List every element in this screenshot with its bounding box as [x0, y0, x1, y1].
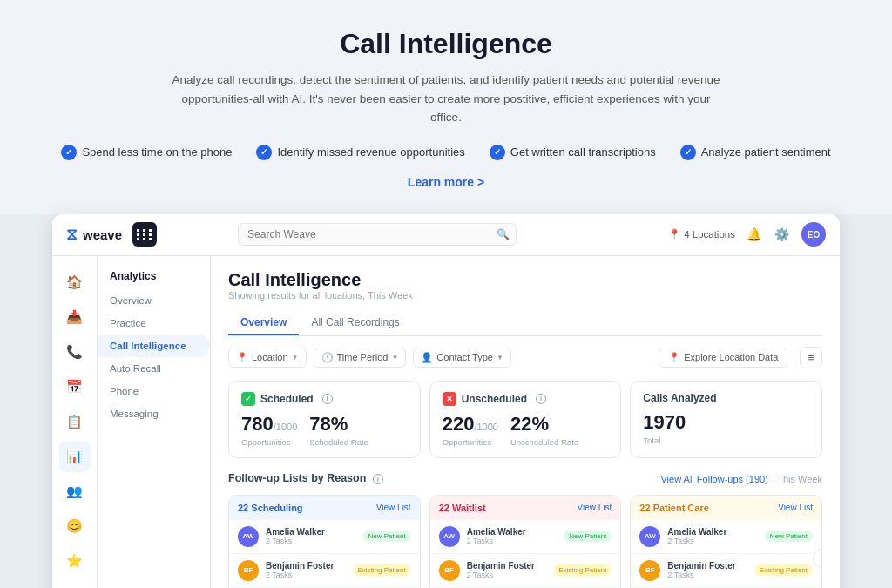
feature-label-3: Get written call transcriptions [510, 145, 656, 159]
nav-item-phone[interactable]: Phone [98, 380, 210, 402]
sidebar: 🏠 📥 📞 📅 📋 📊 👥 😊 ⭐ ✅ [52, 256, 98, 588]
scheduling-view-list-btn[interactable]: View List [376, 503, 411, 512]
header-right: 📍 4 Locations 🔔 ⚙️ EO [668, 222, 826, 247]
followup-card-header-patient-care: 22 Patient Care View List [631, 496, 821, 520]
page-title: Call Intelligence [228, 270, 822, 290]
sidebar-icon-home[interactable]: 🏠 [59, 267, 91, 298]
followup-card-header-waitlist: 22 Waitlist View List [430, 496, 621, 520]
feature-label-1: Spend less time on the phone [82, 145, 232, 159]
scheduled-label: Scheduled [260, 393, 314, 405]
sidebar-icon-calendar[interactable]: 📅 [59, 371, 91, 402]
tab-overview[interactable]: Overview [228, 311, 299, 335]
patient-tasks: 2 Tasks [266, 537, 356, 545]
filter-sort-btn[interactable]: ≡ [800, 347, 822, 368]
unscheduled-x-icon: ✕ [443, 392, 456, 406]
nav-panel: Analytics Overview Practice Call Intelli… [98, 256, 211, 588]
nav-item-call-intelligence[interactable]: Call Intelligence [98, 335, 210, 357]
feature-item-2: Identify missed revenue opportunities [256, 145, 464, 160]
sidebar-icon-clipboard[interactable]: 📋 [59, 406, 91, 437]
notification-icon[interactable]: 🔔 [746, 226, 763, 243]
grid-icon[interactable] [132, 222, 157, 247]
patient-avatar: AW [238, 526, 259, 547]
filter-time-period[interactable]: 🕐 Time Period ▼ [314, 348, 407, 368]
patient-badge: Existing Patient [553, 564, 612, 576]
sidebar-icon-inbox[interactable]: 📥 [59, 301, 91, 333]
patient-name: Benjamin Foster [467, 561, 547, 571]
hero-title: Call Intelligence [17, 28, 875, 60]
contact-icon: 👤 [421, 352, 433, 363]
scheduled-info-icon[interactable]: i [322, 394, 333, 404]
app-body: 🏠 📥 📞 📅 📋 📊 👥 😊 ⭐ ✅ Analytics Overview P… [52, 256, 840, 588]
avatar[interactable]: EO [801, 222, 826, 247]
analyzed-label: Calls Analyzed [643, 392, 716, 404]
check-icon-2 [256, 145, 272, 160]
stat-card-unscheduled: ✕ Unscheduled i 220/1000 Opportunities [429, 381, 622, 458]
tab-all-recordings[interactable]: All Call Recordings [299, 311, 411, 335]
browser-mock: ⧖ weave 🔍 📍 4 Locations 🔔 [52, 214, 840, 588]
sidebar-icon-chart[interactable]: 📊 [59, 441, 91, 472]
nav-item-auto-recall[interactable]: Auto Recall [98, 357, 210, 380]
waitlist-view-list-btn[interactable]: View List [577, 503, 612, 512]
sidebar-icon-phone[interactable]: 📞 [59, 336, 91, 368]
check-icon-4 [680, 145, 696, 160]
patient-avatar: BF [439, 560, 460, 581]
view-all-followups-link[interactable]: View All Follow-ups (190) [660, 474, 767, 484]
followup-header: Follow-up Lists by Reason i View All Fol… [228, 470, 822, 486]
unscheduled-number: 220/1000 [443, 413, 498, 436]
search-input[interactable] [238, 223, 517, 246]
chevron-down-icon-2: ▼ [391, 354, 398, 362]
sidebar-icon-smile[interactable]: 😊 [59, 510, 91, 542]
stat-card-scheduled: ✓ Scheduled i 780/1000 Opportunities [228, 381, 421, 458]
nav-section-title: Analytics [98, 267, 210, 289]
chevron-down-icon-3: ▼ [497, 354, 503, 362]
followup-section: Follow-up Lists by Reason i View All Fol… [228, 470, 822, 588]
this-week-label: This Week [777, 474, 822, 484]
patient-row: AW Amelia Walker 2 Tasks New Patient [430, 520, 621, 554]
settings-icon[interactable]: ⚙️ [774, 226, 791, 243]
sidebar-icon-task[interactable]: ✅ [59, 580, 91, 588]
filter-location[interactable]: 📍 Location ▼ [228, 348, 307, 368]
followup-card-header-scheduling: 22 Scheduling View List [229, 496, 420, 520]
patient-care-view-list-btn[interactable]: View List [778, 503, 813, 512]
nav-item-overview[interactable]: Overview [98, 289, 210, 312]
sidebar-icon-users[interactable]: 👥 [59, 476, 91, 507]
patient-row: BF Benjamin Foster 2 Tasks Existing Pati… [229, 554, 420, 588]
nav-item-messaging[interactable]: Messaging [98, 402, 210, 425]
weave-logo: ⧖ weave [66, 226, 122, 244]
patient-avatar: AW [639, 526, 660, 547]
patient-info: Amelia Walker 2 Tasks [266, 527, 356, 545]
filter-contact-type[interactable]: 👤 Contact Type ▼ [413, 348, 511, 368]
followup-title: Follow-up Lists by Reason i [228, 472, 383, 485]
nav-item-practice[interactable]: Practice [98, 312, 210, 335]
followup-info-icon[interactable]: i [373, 474, 383, 484]
learn-more-link[interactable]: Learn more > [408, 175, 484, 189]
chevron-down-icon: ▼ [292, 354, 299, 362]
patient-name: Amelia Walker [667, 527, 758, 537]
followup-right: View All Follow-ups (190) This Week [660, 470, 822, 486]
scheduled-number: 780/1000 [241, 413, 297, 436]
filter-location-label: Location [252, 352, 288, 362]
patient-badge: Existing Patient [754, 564, 813, 576]
feature-item-1: Spend less time on the phone [61, 145, 232, 160]
patient-name: Amelia Walker [266, 527, 356, 537]
explore-label: Explore Location Data [684, 352, 778, 362]
followup-cards: 22 Scheduling View List AW Amelia Walker… [228, 495, 822, 588]
search-bar: 🔍 [238, 223, 517, 246]
patient-row: BF Benjamin Foster 2 Tasks Existing Pati… [631, 554, 821, 588]
stat-cards: ✓ Scheduled i 780/1000 Opportunities [228, 381, 822, 458]
scheduled-rate-label: Scheduled Rate [309, 437, 368, 447]
location-pin-icon: 📍 [668, 228, 680, 240]
unscheduled-info-icon[interactable]: i [536, 394, 546, 404]
clock-icon: 🕐 [321, 352, 334, 363]
scheduled-check-icon: ✓ [241, 392, 255, 406]
patient-name: Benjamin Foster [266, 561, 346, 571]
explore-location-btn[interactable]: 📍 Explore Location Data [659, 348, 787, 368]
patient-care-count-title: 22 Patient Care [639, 503, 709, 513]
feature-label-4: Analyze patient sentiment [701, 145, 831, 159]
explore-icon: 📍 [668, 352, 680, 363]
followup-card-scheduling: 22 Scheduling View List AW Amelia Walker… [228, 495, 421, 588]
waitlist-count-title: 22 Waitlist [439, 503, 486, 513]
location-badge: 📍 4 Locations [668, 228, 735, 240]
unscheduled-label: Unscheduled [462, 393, 527, 405]
sidebar-icon-star[interactable]: ⭐ [59, 545, 91, 577]
